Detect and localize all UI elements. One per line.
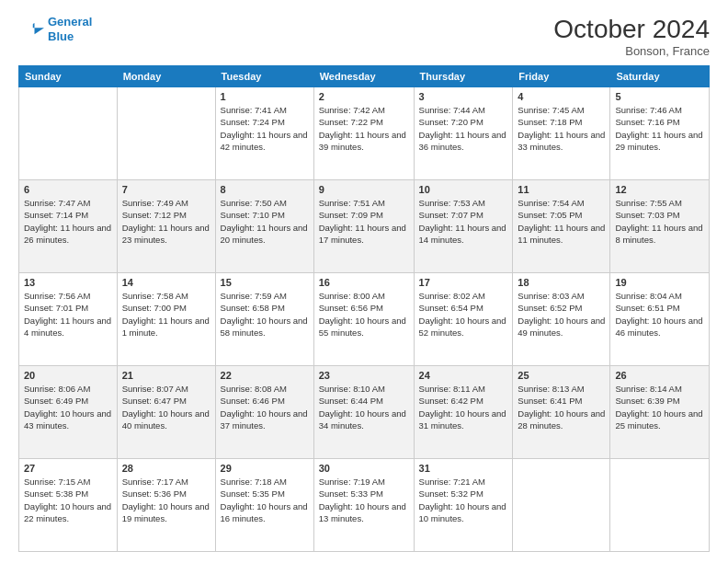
cell-info: Sunrise: 7:55 AMSunset: 7:03 PMDaylight:… (615, 197, 704, 246)
week-row-2: 13Sunrise: 7:56 AMSunset: 7:01 PMDayligh… (19, 273, 710, 366)
cell-info: Sunrise: 8:02 AMSunset: 6:54 PMDaylight:… (419, 290, 508, 339)
calendar-cell: 13Sunrise: 7:56 AMSunset: 7:01 PMDayligh… (19, 273, 118, 366)
cell-info: Sunrise: 7:56 AMSunset: 7:01 PMDaylight:… (24, 290, 112, 339)
cell-info: Sunrise: 7:59 AMSunset: 6:58 PMDaylight:… (221, 290, 309, 339)
cell-info: Sunrise: 7:45 AMSunset: 7:18 PMDaylight:… (518, 104, 605, 153)
calendar-cell: 14Sunrise: 7:58 AMSunset: 7:00 PMDayligh… (117, 273, 215, 366)
calendar-cell: 29Sunrise: 7:18 AMSunset: 5:35 PMDayligh… (215, 459, 313, 552)
cell-date: 23 (319, 370, 409, 381)
cell-info: Sunrise: 8:03 AMSunset: 6:52 PMDaylight:… (518, 290, 605, 339)
calendar-cell: 10Sunrise: 7:53 AMSunset: 7:07 PMDayligh… (414, 180, 513, 273)
cell-date: 27 (24, 463, 112, 474)
calendar-cell: 16Sunrise: 8:00 AMSunset: 6:56 PMDayligh… (313, 273, 414, 366)
calendar-cell: 1Sunrise: 7:41 AMSunset: 7:24 PMDaylight… (215, 87, 313, 180)
cell-info: Sunrise: 7:21 AMSunset: 5:32 PMDaylight:… (419, 476, 508, 524)
cell-info: Sunrise: 7:50 AMSunset: 7:10 PMDaylight:… (221, 197, 309, 246)
cell-info: Sunrise: 7:17 AMSunset: 5:36 PMDaylight:… (122, 476, 210, 524)
cell-date: 19 (615, 277, 704, 288)
col-wednesday: Wednesday (313, 66, 414, 87)
cell-date: 8 (221, 184, 309, 195)
page: General Blue October 2024 Bonson, France… (0, 0, 728, 563)
cell-info: Sunrise: 7:44 AMSunset: 7:20 PMDaylight:… (419, 104, 508, 153)
calendar-cell: 5Sunrise: 7:46 AMSunset: 7:16 PMDaylight… (610, 87, 710, 180)
logo-icon (18, 17, 44, 42)
col-thursday: Thursday (414, 66, 513, 87)
cell-date: 25 (518, 370, 605, 381)
col-sunday: Sunday (19, 66, 118, 87)
location: Bonson, France (553, 44, 710, 58)
calendar-cell: 12Sunrise: 7:55 AMSunset: 7:03 PMDayligh… (610, 180, 710, 273)
calendar-cell: 30Sunrise: 7:19 AMSunset: 5:33 PMDayligh… (313, 459, 414, 552)
cell-info: Sunrise: 7:47 AMSunset: 7:14 PMDaylight:… (24, 197, 112, 246)
calendar-cell: 8Sunrise: 7:50 AMSunset: 7:10 PMDaylight… (215, 180, 313, 273)
col-monday: Monday (117, 66, 215, 87)
cell-info: Sunrise: 7:18 AMSunset: 5:35 PMDaylight:… (221, 476, 309, 524)
cell-info: Sunrise: 8:07 AMSunset: 6:47 PMDaylight:… (122, 383, 210, 431)
col-saturday: Saturday (610, 66, 710, 87)
calendar-cell: 26Sunrise: 8:14 AMSunset: 6:39 PMDayligh… (610, 366, 710, 459)
logo-text: General Blue (48, 15, 92, 43)
week-row-4: 27Sunrise: 7:15 AMSunset: 5:38 PMDayligh… (19, 459, 710, 552)
cell-info: Sunrise: 7:49 AMSunset: 7:12 PMDaylight:… (122, 197, 210, 246)
cell-date: 21 (122, 370, 210, 381)
cell-date: 3 (419, 91, 508, 102)
calendar-cell: 3Sunrise: 7:44 AMSunset: 7:20 PMDaylight… (414, 87, 513, 180)
calendar-cell (117, 87, 215, 180)
calendar-cell: 31Sunrise: 7:21 AMSunset: 5:32 PMDayligh… (414, 459, 513, 552)
calendar-cell: 6Sunrise: 7:47 AMSunset: 7:14 PMDaylight… (19, 180, 118, 273)
cell-date: 29 (221, 463, 309, 474)
month-title: October 2024 (553, 15, 710, 44)
col-friday: Friday (513, 66, 610, 87)
cell-date: 22 (221, 370, 309, 381)
cell-info: Sunrise: 8:13 AMSunset: 6:41 PMDaylight:… (518, 383, 605, 431)
cell-date: 6 (24, 184, 112, 195)
calendar-cell: 22Sunrise: 8:08 AMSunset: 6:46 PMDayligh… (215, 366, 313, 459)
cell-info: Sunrise: 8:04 AMSunset: 6:51 PMDaylight:… (615, 290, 704, 339)
calendar-cell: 23Sunrise: 8:10 AMSunset: 6:44 PMDayligh… (313, 366, 414, 459)
cell-date: 2 (319, 91, 409, 102)
calendar-cell: 28Sunrise: 7:17 AMSunset: 5:36 PMDayligh… (117, 459, 215, 552)
cell-info: Sunrise: 8:06 AMSunset: 6:49 PMDaylight:… (24, 383, 112, 431)
cell-info: Sunrise: 7:46 AMSunset: 7:16 PMDaylight:… (615, 104, 704, 153)
cell-date: 13 (24, 277, 112, 288)
calendar-cell: 18Sunrise: 8:03 AMSunset: 6:52 PMDayligh… (513, 273, 610, 366)
calendar-cell: 15Sunrise: 7:59 AMSunset: 6:58 PMDayligh… (215, 273, 313, 366)
cell-date: 12 (615, 184, 704, 195)
cell-date: 16 (319, 277, 409, 288)
cell-date: 28 (122, 463, 210, 474)
cell-info: Sunrise: 7:42 AMSunset: 7:22 PMDaylight:… (319, 104, 409, 153)
cell-date: 11 (518, 184, 605, 195)
cell-info: Sunrise: 7:53 AMSunset: 7:07 PMDaylight:… (419, 197, 508, 246)
header-row: Sunday Monday Tuesday Wednesday Thursday… (19, 66, 710, 87)
cell-date: 24 (419, 370, 508, 381)
title-area: October 2024 Bonson, France (553, 15, 710, 58)
cell-date: 17 (419, 277, 508, 288)
cell-date: 20 (24, 370, 112, 381)
calendar-cell: 2Sunrise: 7:42 AMSunset: 7:22 PMDaylight… (313, 87, 414, 180)
cell-info: Sunrise: 8:00 AMSunset: 6:56 PMDaylight:… (319, 290, 409, 339)
cell-info: Sunrise: 7:54 AMSunset: 7:05 PMDaylight:… (518, 197, 605, 246)
calendar-cell: 24Sunrise: 8:11 AMSunset: 6:42 PMDayligh… (414, 366, 513, 459)
header: General Blue October 2024 Bonson, France (18, 15, 710, 58)
cell-info: Sunrise: 8:10 AMSunset: 6:44 PMDaylight:… (319, 383, 409, 431)
calendar-cell: 7Sunrise: 7:49 AMSunset: 7:12 PMDaylight… (117, 180, 215, 273)
cell-date: 9 (319, 184, 409, 195)
week-row-3: 20Sunrise: 8:06 AMSunset: 6:49 PMDayligh… (19, 366, 710, 459)
cell-info: Sunrise: 7:51 AMSunset: 7:09 PMDaylight:… (319, 197, 409, 246)
calendar-cell: 19Sunrise: 8:04 AMSunset: 6:51 PMDayligh… (610, 273, 710, 366)
calendar-cell: 9Sunrise: 7:51 AMSunset: 7:09 PMDaylight… (313, 180, 414, 273)
calendar-table: Sunday Monday Tuesday Wednesday Thursday… (18, 65, 710, 552)
cell-date: 10 (419, 184, 508, 195)
calendar-cell: 21Sunrise: 8:07 AMSunset: 6:47 PMDayligh… (117, 366, 215, 459)
cell-date: 31 (419, 463, 508, 474)
calendar-cell: 27Sunrise: 7:15 AMSunset: 5:38 PMDayligh… (19, 459, 118, 552)
cell-info: Sunrise: 7:15 AMSunset: 5:38 PMDaylight:… (24, 476, 112, 524)
calendar-cell (19, 87, 118, 180)
calendar-cell: 11Sunrise: 7:54 AMSunset: 7:05 PMDayligh… (513, 180, 610, 273)
calendar-cell: 4Sunrise: 7:45 AMSunset: 7:18 PMDaylight… (513, 87, 610, 180)
col-tuesday: Tuesday (215, 66, 313, 87)
cell-date: 5 (615, 91, 704, 102)
svg-rect-2 (18, 17, 33, 42)
cell-date: 30 (319, 463, 409, 474)
cell-date: 14 (122, 277, 210, 288)
